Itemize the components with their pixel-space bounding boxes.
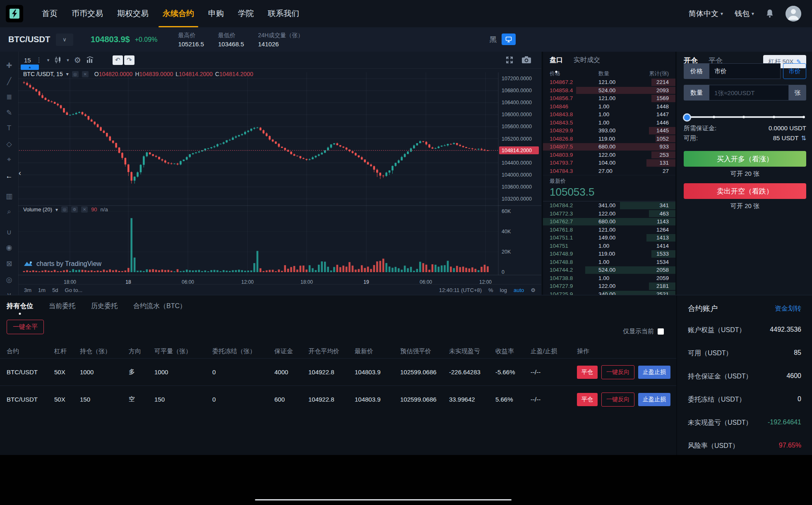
position-row: BTC/USDT50X1000多100004000104922.8104803.… (0, 358, 676, 385)
orderbook-row[interactable]: 104843.81.001447 (543, 110, 675, 119)
reverse-position-button[interactable]: 一键反向 (601, 393, 634, 407)
orderbook-tabs: 盘口实时成交 (543, 52, 675, 69)
interval-caret-icon[interactable]: ▾ (47, 57, 50, 63)
tp-sl-button[interactable]: 止盈止损 (638, 366, 670, 379)
range-button-3m[interactable]: 3m (24, 287, 31, 293)
candle-style-icon[interactable] (54, 56, 62, 64)
orderbook-row[interactable]: 104856.7121.001569 (543, 94, 675, 103)
collapse-panel-handle[interactable]: ‹ (19, 169, 21, 177)
positions-tab-3[interactable]: 合约流水（BTC） (133, 302, 186, 311)
nav-item-2[interactable]: 期权交易 (110, 0, 156, 27)
svg-text:105600.0000: 105600.0000 (502, 124, 532, 129)
bell-icon[interactable] (766, 9, 774, 18)
sell-open-short-button[interactable]: 卖出开空（看跌） (684, 183, 806, 199)
chart-settings-gear-icon[interactable]: ⚙ (74, 55, 81, 65)
market-price-button[interactable]: 市价 (783, 63, 806, 79)
footer-gear-icon[interactable]: ⚙ (531, 287, 536, 293)
tp-sl-button[interactable]: 止盈止损 (638, 393, 670, 406)
orderbook-row[interactable]: 104867.2121.002214 (543, 78, 675, 86)
positions-tab-2[interactable]: 历史委托 (91, 302, 118, 311)
pair-dropdown[interactable]: ∨ (56, 34, 73, 46)
caret-down-icon[interactable]: ▾ (66, 71, 69, 77)
nav-item-6[interactable]: 联系我们 (261, 0, 306, 27)
style-caret-icon[interactable]: ▾ (67, 57, 69, 63)
volume-close-icon[interactable]: ✕ (81, 206, 88, 213)
legend-settings-icon[interactable]: ✕ (82, 71, 89, 77)
scale-button-log[interactable]: log (500, 287, 507, 293)
orderbook-row[interactable]: 104748.81.001534 (543, 258, 675, 266)
svg-text:20K: 20K (502, 249, 511, 255)
positions-tab-0[interactable]: 持有仓位 (7, 302, 33, 311)
nav-item-4[interactable]: 申购 (201, 0, 231, 27)
volume-visibility-icon[interactable]: ◎ (61, 206, 68, 213)
tradingview-attribution[interactable]: charts by TradingView (23, 260, 101, 268)
price-input[interactable] (709, 68, 780, 75)
orderbook-tab-0[interactable]: 盘口 (550, 56, 563, 69)
orderbook-row[interactable]: 104858.4524.002093 (543, 86, 675, 95)
theme-light-button[interactable] (502, 34, 516, 45)
orderbook-row[interactable]: 104784.2341.00341 (543, 201, 675, 210)
orderbook-row[interactable]: 104772.3122.00463 (543, 210, 675, 218)
fund-transfer-link[interactable]: 资金划转 (775, 304, 801, 313)
close-all-positions-button[interactable]: 一键全平 (7, 320, 44, 334)
orderbook-row[interactable]: 104762.7680.001143 (543, 218, 675, 226)
show-current-checkbox[interactable] (658, 328, 664, 335)
orderbook-row[interactable]: 104738.81.002059 (543, 274, 675, 282)
nav-item-5[interactable]: 学院 (231, 0, 261, 27)
brand-logo[interactable] (6, 5, 23, 22)
svg-text:104000.0000: 104000.0000 (502, 172, 532, 178)
volume-settings-icon[interactable]: ⚙ (71, 206, 78, 213)
theme-dark-button[interactable]: 黑 (490, 35, 497, 44)
orderbook-row[interactable]: 104829.9393.001445 (543, 127, 675, 135)
user-avatar[interactable] (786, 6, 801, 22)
transfer-icon[interactable]: ⇅ (801, 134, 806, 141)
camera-screenshot-icon[interactable] (521, 56, 531, 64)
scale-button-auto[interactable]: auto (514, 287, 524, 293)
indicators-icon[interactable] (86, 56, 94, 64)
range-button-5d[interactable]: 5d (52, 287, 58, 293)
orderbook-tab-1[interactable]: 实时成交 (574, 56, 600, 69)
orderbook-row[interactable]: 104784.327.0027 (543, 167, 675, 175)
scale-button-%[interactable]: % (488, 287, 493, 293)
caret-down-icon[interactable]: ▾ (55, 207, 58, 213)
fullscreen-icon[interactable] (505, 55, 514, 65)
orderbook-row[interactable]: 1048461.001448 (543, 103, 675, 111)
menu-dots-icon[interactable]: ⋮ (36, 56, 42, 64)
market-header: BTC/USDT ∨ 104803.9$ +0.09% 最高价105216.5最… (0, 27, 812, 52)
legend-symbol[interactable]: BTC /USDT, 15 (23, 71, 63, 77)
orderbook-row[interactable]: 104744.2524.002058 (543, 266, 675, 274)
close-position-button[interactable]: 平仓 (577, 366, 598, 379)
interval-button[interactable]: 15 (24, 57, 31, 64)
orderbook-row[interactable]: 104727.9122.002181 (543, 282, 675, 290)
slider-thumb[interactable] (683, 113, 691, 122)
nav-item-3[interactable]: 永续合约 (156, 0, 201, 27)
range-button-1m[interactable]: 1m (38, 287, 46, 293)
positions-tab-1[interactable]: 当前委托 (49, 302, 75, 311)
orderbook-row[interactable]: 104793.7104.00131 (543, 159, 675, 167)
orderbook-row[interactable]: 104826.8119.001052 (543, 135, 675, 143)
goto-button[interactable]: Go to... (65, 287, 83, 293)
undo-button[interactable]: ↶ (113, 55, 123, 65)
quantity-input[interactable] (709, 89, 788, 96)
reverse-position-button[interactable]: 一键反向 (601, 365, 634, 379)
orderbook-row[interactable]: 104807.5680.00933 (543, 143, 675, 151)
legend-visibility-icon[interactable]: ◎ (72, 71, 79, 77)
orderbook-row[interactable]: 104748.9119.001533 (543, 250, 675, 258)
nav-item-0[interactable]: 首页 (35, 0, 65, 27)
wallet-menu[interactable]: 钱包 ▾ (735, 9, 754, 19)
redo-button[interactable]: ↷ (124, 55, 135, 65)
positions-col-header-13: 操作 (577, 347, 676, 355)
positions-col-header-9: 预估强平价 (400, 347, 449, 355)
orderbook-row[interactable]: 1047511.001414 (543, 242, 675, 250)
orderbook-row[interactable]: 104843.51.001446 (543, 119, 675, 127)
nav-item-1[interactable]: 币币交易 (65, 0, 110, 27)
language-selector[interactable]: 简体中文 ▾ (689, 9, 723, 19)
orderbook-row[interactable]: 104751.1149.001413 (543, 234, 675, 242)
volume-legend-label[interactable]: Volume (20) (23, 206, 52, 213)
quantity-slider[interactable] (684, 113, 804, 121)
buy-open-long-button[interactable]: 买入开多（看涨） (684, 151, 806, 167)
orderbook-row[interactable]: 104761.8121.001264 (543, 226, 675, 234)
account-row: 委托冻结（USDT）0 (688, 395, 801, 404)
close-position-button[interactable]: 平仓 (577, 393, 598, 406)
orderbook-row[interactable]: 104803.9122.00253 (543, 151, 675, 159)
